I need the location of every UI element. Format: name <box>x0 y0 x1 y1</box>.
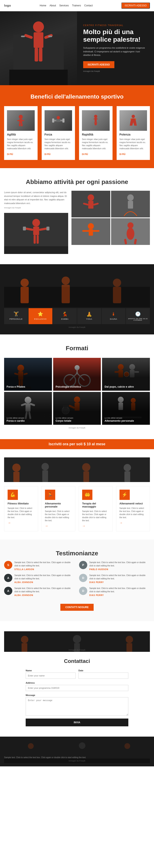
benefit-link-potenza[interactable]: DI PIÙ <box>120 153 125 155</box>
svg-point-130 <box>126 636 133 643</box>
nav-link-home[interactable]: Home <box>40 4 46 7</box>
footer-copyright: Sample text. Click to select the text bo… <box>4 756 86 758</box>
cta-banner: Iscriviti ora per soli $ 10 al mese <box>0 439 154 449</box>
contact-name-input[interactable] <box>26 673 75 679</box>
plan-arrow-personal[interactable]: → <box>45 524 72 528</box>
contact-submit-button[interactable]: INVIA <box>26 718 128 726</box>
format-card-4[interactable]: Forza e cardio Le mie ultime versare <box>4 392 52 425</box>
svg-rect-64 <box>62 285 70 303</box>
contact-address-group: Address <box>26 682 128 691</box>
nav-cta-button[interactable]: ISCRIVITI ADESSO <box>121 2 150 9</box>
navbar: logo Home About Services Trainers Contac… <box>0 0 154 11</box>
testimonial-4: D Sample text. Click to select the text … <box>79 574 150 584</box>
service-item-zumba[interactable]: 💃 ZUMBA <box>53 308 77 324</box>
testimonial-body-pablo: Sample text. Click to select the text bo… <box>89 561 150 570</box>
plan-card-fitness: 💪 Fitness illimitato Sample text. Click … <box>4 486 38 531</box>
svg-point-133 <box>28 743 34 749</box>
formats-grid: Forza e Pilates Psicolo <box>4 358 150 425</box>
svg-rect-17 <box>52 119 54 123</box>
svg-rect-122 <box>83 471 89 482</box>
service-item-orario[interactable]: 🕐 APERTO DA ORE 06.00 A DOMANI <box>126 308 150 324</box>
format-card-1[interactable]: Forza e Pilates <box>4 358 52 391</box>
contact-name-label: Name <box>26 669 75 672</box>
testimonial-name-dias: DIAS PERRY <box>89 581 150 584</box>
service-item-personale[interactable]: 🏋 PERSONALE <box>4 308 28 324</box>
testimonial-name-alba: ALBA JOHNSON <box>14 581 75 584</box>
contact-address-input[interactable] <box>26 685 128 691</box>
formats-title: Formati <box>4 345 150 352</box>
plan-icon-massage: 🤲 <box>82 490 92 500</box>
benefit-link-agility[interactable]: DI PIÙ <box>7 153 13 155</box>
activities-layout: Lorem ipsum dolor sit amet, consectetur … <box>4 191 150 254</box>
svg-point-31 <box>32 219 40 227</box>
nav-link-contact[interactable]: Contact <box>84 4 93 7</box>
benefits-section: Benefici dell'allenamento sportivo Agili… <box>0 85 154 168</box>
contact-date-label: Date <box>79 669 128 672</box>
svg-rect-42 <box>88 201 93 209</box>
contact-message-input[interactable] <box>26 697 128 716</box>
activities-main-image <box>4 213 68 254</box>
svg-rect-13 <box>22 120 24 121</box>
contact-message-label: Message <box>26 694 128 696</box>
plan-arrow-fitness[interactable]: → <box>8 521 35 525</box>
benefit-card-text-potenza: Sem integer vitae justo eget magna ferme… <box>120 138 147 150</box>
format-card-6[interactable]: Allenamento personale Le mie ultime vers… <box>102 392 150 425</box>
nav-link-services[interactable]: Services <box>59 4 69 7</box>
svg-rect-9 <box>9 70 67 85</box>
avatar-pablo: P <box>79 561 87 569</box>
service-label-personale: PERSONALE <box>6 318 27 320</box>
testimonial-body-dias2: Sample text. Click to select the text bo… <box>89 587 150 596</box>
activity-thumb-3 <box>71 218 110 245</box>
testimonials-section: Testimonianze S Sample text. Click to se… <box>0 539 154 621</box>
svg-point-46 <box>127 194 134 201</box>
plan-icon-personal: 🏃 <box>45 490 55 500</box>
svg-point-10 <box>19 115 23 119</box>
plan-arrow-veloci[interactable]: → <box>120 521 147 525</box>
benefit-card-img-potenza <box>120 110 147 131</box>
svg-point-135 <box>124 743 130 749</box>
testimonial-name-stella: STELLA LARSON <box>14 568 75 570</box>
testimonials-cta-button[interactable]: CONTATTI NOSURE <box>60 604 94 611</box>
benefit-card-img-rapidita <box>82 110 110 131</box>
service-item-yoga[interactable]: 🧘 YOGA <box>77 308 101 324</box>
nav-link-trainers[interactable]: Trainers <box>72 4 81 7</box>
plan-title-personal: Allenamento personale <box>45 502 72 508</box>
format-card-2[interactable]: Psicologia ciclistica <box>53 358 101 391</box>
service-item-esclusivo[interactable]: ⭐ ESCLUSIVO <box>29 308 53 324</box>
format-label-2: Psicologia ciclistica <box>56 385 81 388</box>
svg-point-60 <box>21 279 29 287</box>
svg-rect-7 <box>21 35 25 37</box>
contact-date-group: Date <box>79 669 128 679</box>
service-item-sauna[interactable]: 🌡 SAUNA <box>102 308 126 324</box>
benefit-link-rapidita[interactable]: DI PIÙ <box>82 153 88 155</box>
svg-rect-52 <box>93 230 100 232</box>
nav-link-about[interactable]: About <box>50 4 56 7</box>
format-card-5[interactable]: Corpo totale Le mie ultime versare <box>53 392 101 425</box>
testimonial-col-right: P Sample text. Click to select the text … <box>79 561 150 600</box>
svg-rect-5 <box>35 48 38 61</box>
service-icon-yoga: 🧘 <box>79 311 100 317</box>
contact-date-input[interactable] <box>79 673 128 679</box>
hero-image-credit: Immagini da Freepik <box>83 70 148 72</box>
service-label-yoga: YOGA <box>79 318 100 320</box>
benefit-link-forza[interactable]: DI PIÙ <box>44 153 51 155</box>
svg-rect-14 <box>19 123 21 126</box>
contact-form-row-2: Address <box>26 682 128 691</box>
benefit-card-img-agility <box>7 110 35 131</box>
avatar-alba: A <box>4 574 12 582</box>
svg-point-49 <box>88 223 94 229</box>
plan-arrow-massage[interactable]: → <box>82 524 109 528</box>
activities-text: Lorem ipsum dolor sit amet, consectetur … <box>4 191 68 205</box>
svg-point-21 <box>94 115 97 118</box>
footer-inner: Sample text. Click to select the text bo… <box>4 756 150 758</box>
activity-thumb-4 <box>111 218 150 245</box>
avatar-dias2: D <box>79 587 87 595</box>
contact-address-label: Address <box>26 682 128 684</box>
svg-point-119 <box>41 463 49 470</box>
hero-cta-button[interactable]: ISCRIVITI ADESSO <box>83 61 114 68</box>
format-sub-5: Le mie ultime versare <box>56 417 73 419</box>
testimonial-col-left: S Sample text. Click to select the text … <box>4 561 75 600</box>
activities-thumbnails <box>71 191 150 245</box>
format-card-3[interactable]: Dal pupo, calcio e altro <box>102 358 150 391</box>
contact-title: Contattaci <box>26 658 128 664</box>
